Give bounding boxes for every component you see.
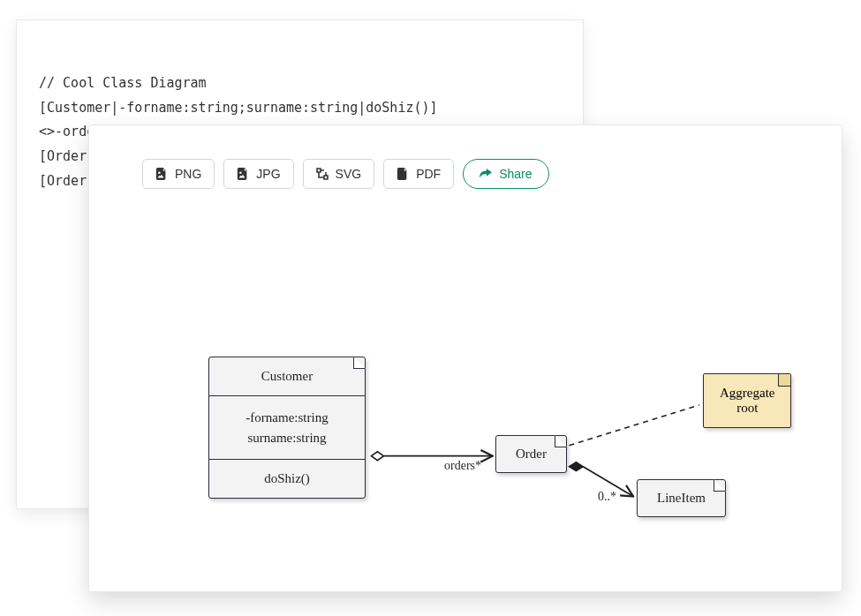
button-label: PNG — [175, 167, 201, 181]
share-button[interactable]: Share — [463, 159, 548, 189]
class-customer[interactable]: Customer -forname:string surname:string … — [208, 357, 366, 499]
svg-line-1 — [569, 405, 699, 446]
note-text: Aggregate — [720, 386, 774, 401]
code-line: [Customer|-forname:string;surname:string… — [39, 100, 438, 116]
class-name: Customer — [209, 357, 365, 396]
note-aggregate-root[interactable]: Aggregate root — [703, 373, 791, 428]
code-line: // Cool Class Diagram — [39, 75, 207, 91]
export-pdf-button[interactable]: PDF — [383, 159, 454, 189]
export-toolbar: PNG JPG SVG PDF Share — [142, 159, 549, 189]
class-name: Order — [516, 447, 547, 461]
note-text: root — [720, 401, 774, 416]
button-label: JPG — [256, 167, 280, 181]
attr-line: -forname:string — [222, 408, 352, 428]
file-image-icon — [155, 168, 168, 180]
button-label: SVG — [336, 167, 362, 181]
diagram-panel: PNG JPG SVG PDF Share Customer -forname:… — [88, 124, 842, 592]
button-label: PDF — [416, 167, 441, 181]
diagram-canvas[interactable]: Customer -forname:string surname:string … — [89, 214, 842, 591]
edge-label-multiplicity: 0..* — [598, 490, 616, 504]
edge-label-orders: orders* — [444, 459, 481, 473]
button-label: Share — [499, 167, 532, 181]
attr-line: surname:string — [222, 428, 352, 448]
class-attributes: -forname:string surname:string — [209, 396, 365, 460]
export-png-button[interactable]: PNG — [142, 159, 215, 189]
class-name: LineItem — [657, 491, 706, 505]
class-order[interactable]: Order — [495, 435, 567, 473]
file-pdf-icon — [397, 168, 409, 180]
class-lineitem[interactable]: LineItem — [637, 479, 726, 517]
class-methods: doShiz() — [209, 460, 365, 498]
vector-icon — [316, 168, 329, 180]
export-jpg-button[interactable]: JPG — [223, 159, 293, 189]
share-icon — [480, 168, 492, 180]
export-svg-button[interactable]: SVG — [303, 159, 375, 189]
file-image-icon — [237, 168, 249, 180]
